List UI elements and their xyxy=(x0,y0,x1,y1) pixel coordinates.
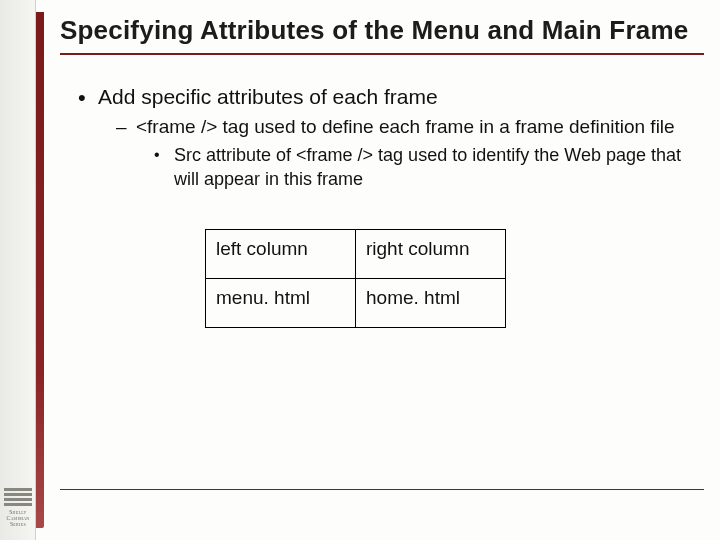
logo-text: Shelly Cashman Series xyxy=(6,509,29,527)
table-cell: menu. html xyxy=(206,279,356,328)
logo-bars-icon xyxy=(4,488,32,506)
table-cell: home. html xyxy=(356,279,506,328)
bullet-l1-text: Add specific attributes of each frame xyxy=(98,85,438,108)
frame-table: left column right column menu. html home… xyxy=(205,229,506,328)
frame-table-container: left column right column menu. html home… xyxy=(205,229,704,328)
table-row: menu. html home. html xyxy=(206,279,506,328)
bullet-level2: <frame /> tag used to define each frame … xyxy=(98,115,704,192)
accent-stripe xyxy=(36,12,44,528)
bullet-level1: Add specific attributes of each frame <f… xyxy=(60,85,704,192)
bullet-l3-text: Src attribute of <frame /> tag used to i… xyxy=(174,145,681,188)
bullet-list: Add specific attributes of each frame <f… xyxy=(60,85,704,192)
bullet-level3: Src attribute of <frame /> tag used to i… xyxy=(136,144,704,191)
slide-content: Specifying Attributes of the Menu and Ma… xyxy=(60,0,704,510)
series-logo: Shelly Cashman Series xyxy=(3,488,33,534)
bullet-l2-text: <frame /> tag used to define each frame … xyxy=(136,116,675,137)
slide-title: Specifying Attributes of the Menu and Ma… xyxy=(60,0,704,55)
table-cell: left column xyxy=(206,230,356,279)
bottom-rule xyxy=(60,489,704,490)
sidebar-decoration: Shelly Cashman Series xyxy=(0,0,36,540)
table-row: left column right column xyxy=(206,230,506,279)
table-cell: right column xyxy=(356,230,506,279)
